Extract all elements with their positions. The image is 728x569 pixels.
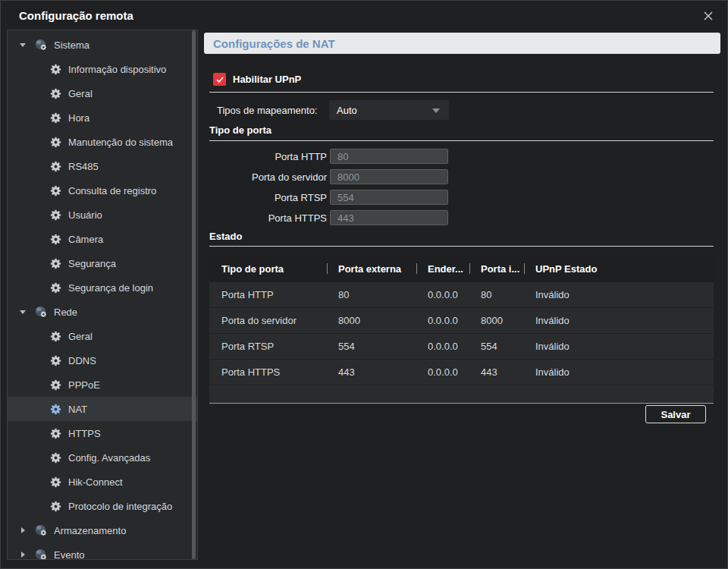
table-cell: Porta HTTPS <box>209 366 327 378</box>
sidebar-item-label: RS485 <box>68 161 99 172</box>
sidebar-item-rs485[interactable]: RS485 <box>8 154 197 178</box>
gear-icon <box>50 234 61 245</box>
table-cell: Porta HTTP <box>209 289 327 300</box>
table-cell: Inválido <box>524 366 714 378</box>
sidebar-item-sistema[interactable]: Sistema <box>8 33 197 57</box>
expand-arrow-icon[interactable] <box>20 551 27 558</box>
sidebar-item-manutencao-do-sistema[interactable]: Manutenção do sistema <box>8 130 197 154</box>
sidebar-item-armazenamento[interactable]: Armazenamento <box>8 518 197 542</box>
category-globe-gear-icon <box>35 524 47 536</box>
mapping-type-label: Tipos de mapeamento: <box>217 105 317 116</box>
port-field-row: Porta RTSP <box>209 190 448 205</box>
gear-icon <box>50 404 61 415</box>
port-field-row: Porta do servidor <box>209 169 448 184</box>
check-icon <box>215 75 224 84</box>
sidebar-item-label: Usuário <box>68 209 102 221</box>
sidebar-item-geral[interactable]: Geral <box>8 324 197 348</box>
column-header-ender[interactable]: Ender... <box>416 263 469 275</box>
collapse-arrow-icon[interactable] <box>20 308 27 316</box>
sidebar-scrollbar[interactable] <box>192 30 196 559</box>
table-cell: 0.0.0.0 <box>416 341 469 352</box>
sidebar-item-label: PPPoE <box>68 379 100 391</box>
upnp-checkbox[interactable] <box>213 73 226 86</box>
gear-icon <box>50 209 61 221</box>
porta-do-servidor-input[interactable] <box>330 169 448 184</box>
column-separator <box>469 263 470 274</box>
sidebar-item-label: Manutenção do sistema <box>68 137 173 148</box>
sidebar-item-config-avancadas[interactable]: Config. Avançadas <box>8 445 197 470</box>
sidebar-item-label: Rede <box>54 307 77 318</box>
remote-config-dialog: Configuração remota SistemaInformação di… <box>0 0 728 569</box>
table-cell: 443 <box>327 366 416 378</box>
column-separator <box>524 263 525 274</box>
column-header-tipo-de-porta[interactable]: Tipo de porta <box>209 263 327 275</box>
sidebar-item-ddns[interactable]: DDNS <box>8 348 197 373</box>
porta-https-input[interactable] <box>330 210 448 225</box>
gear-icon <box>50 355 61 366</box>
mapping-type-value: Auto <box>337 105 357 116</box>
sidebar-item-label: HTTPS <box>68 428 101 439</box>
sidebar-item-nat[interactable]: NAT <box>8 397 197 421</box>
table-row[interactable]: Porta do servidor80000.0.0.08000Inválido <box>209 307 714 333</box>
sidebar-item-label: Armazenamento <box>54 525 126 536</box>
sidebar-item-pppoe[interactable]: PPPoE <box>8 373 197 397</box>
table-cell: 0.0.0.0 <box>416 289 469 300</box>
porta-http-input[interactable] <box>330 149 448 164</box>
sidebar-item-label: Informação dispositivo <box>68 64 166 75</box>
save-button[interactable]: Salvar <box>645 405 706 423</box>
gear-icon <box>50 331 61 342</box>
sidebar-item-geral[interactable]: Geral <box>8 81 197 105</box>
column-header-porta-externa[interactable]: Porta externa <box>327 263 416 275</box>
sidebar-item-https[interactable]: HTTPS <box>8 421 197 445</box>
porta-rtsp-label: Porta RTSP <box>209 192 327 203</box>
sidebar-item-rede[interactable]: Rede <box>8 300 197 324</box>
enable-upnp-row[interactable]: Habilitar UPnP <box>213 73 301 86</box>
porta-http-label: Porta HTTP <box>209 151 327 162</box>
gear-icon <box>50 476 61 488</box>
mapping-type-dropdown[interactable]: Auto <box>329 100 449 120</box>
table-row[interactable]: Porta HTTPS4430.0.0.0443Inválido <box>209 359 714 385</box>
sidebar-item-camera[interactable]: Câmera <box>8 227 197 251</box>
sidebar-item-seguranca-de-login[interactable]: Segurança de login <box>8 275 197 300</box>
collapse-arrow-icon[interactable] <box>20 41 27 49</box>
sidebar-item-consulta-de-registro[interactable]: Consulta de registro <box>8 178 197 203</box>
table-row[interactable]: Porta HTTP800.0.0.080Inválido <box>209 281 714 307</box>
sidebar-item-usuario[interactable]: Usuário <box>8 203 197 227</box>
port-field-row: Porta HTTP <box>209 149 448 164</box>
column-separator <box>416 263 417 274</box>
column-header-upnp-estado[interactable]: UPnP Estado <box>524 263 714 275</box>
sidebar-item-seguranca[interactable]: Segurança <box>8 251 197 275</box>
table-cell: Porta do servidor <box>209 315 327 326</box>
gear-icon <box>50 64 61 75</box>
sidebar-item-label: Câmera <box>68 234 103 245</box>
sidebar-item-label: Hik-Connect <box>68 476 123 488</box>
sidebar-item-label: Geral <box>68 88 93 99</box>
table-cell: 0.0.0.0 <box>416 366 469 378</box>
column-header-porta-i[interactable]: Porta i... <box>469 263 524 275</box>
sidebar-item-hora[interactable]: Hora <box>8 105 197 130</box>
gear-icon <box>50 282 61 294</box>
table-cell: Inválido <box>524 341 714 352</box>
sidebar-item-informacao-dispositivo[interactable]: Informação dispositivo <box>8 57 197 81</box>
divider <box>209 140 714 141</box>
expand-arrow-icon[interactable] <box>20 527 27 534</box>
sidebar-item-label: Hora <box>68 112 89 124</box>
column-separator <box>327 263 328 274</box>
gear-icon <box>50 112 61 124</box>
sidebar-item-label: Segurança de login <box>68 282 153 294</box>
porta-rtsp-input[interactable] <box>330 190 448 205</box>
port-type-heading: Tipo de porta <box>209 124 271 136</box>
sidebar-item-label: Config. Avançadas <box>68 452 150 464</box>
page-title: Configurações de NAT <box>213 37 335 50</box>
sidebar-item-label: DDNS <box>68 355 96 366</box>
sidebar-item-label: Sistema <box>54 39 89 51</box>
sidebar-item-evento[interactable]: Evento <box>8 542 197 560</box>
sidebar-item-label: NAT <box>68 404 87 415</box>
table-cell: 8000 <box>469 315 524 326</box>
upnp-checkbox-label: Habilitar UPnP <box>233 74 301 85</box>
sidebar-item-hik-connect[interactable]: Hik-Connect <box>8 470 197 494</box>
nat-settings-panel: Configurações de NAT Habilitar UPnP Tipo… <box>204 1 721 568</box>
sidebar-item-protocolo-de-integracao[interactable]: Protocolo de integração <box>8 494 197 518</box>
table-cell: 80 <box>327 289 416 300</box>
table-row[interactable]: Porta RTSP5540.0.0.0554Inválido <box>209 333 714 359</box>
